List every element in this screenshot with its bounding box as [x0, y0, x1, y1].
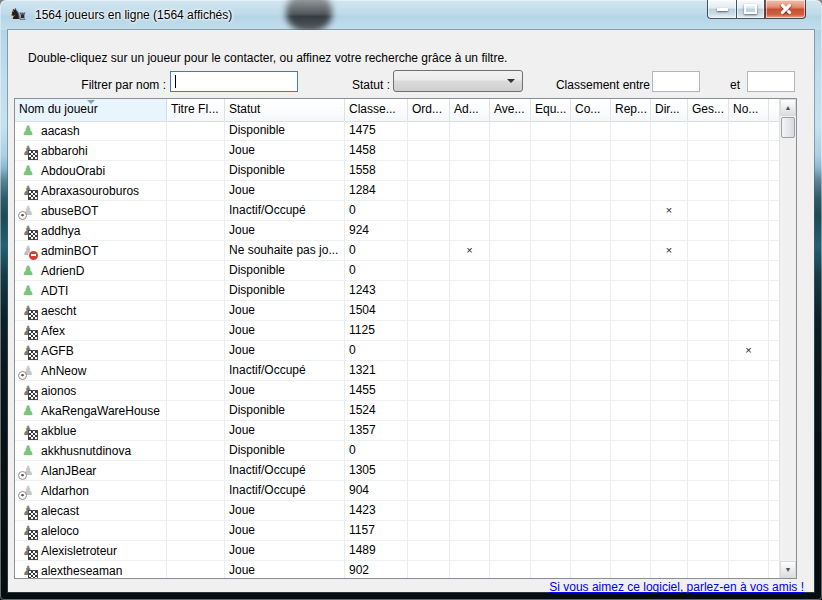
player-no-cell — [729, 561, 769, 578]
column-header-no[interactable]: No... — [729, 99, 769, 121]
vertical-scrollbar[interactable]: ▲ ▼ — [779, 99, 796, 578]
column-header-titre[interactable]: Titre FI... — [167, 99, 225, 121]
player-row[interactable]: ♟addhyaJoue924 — [15, 221, 779, 241]
player-ges-cell — [688, 241, 729, 260]
column-header-co[interactable]: Co... — [571, 99, 611, 121]
column-header-label: Nom du joueur — [19, 102, 98, 116]
player-ord-cell — [408, 401, 450, 420]
share-software-link[interactable]: Si vous aimez ce logiciel, parlez-en à v… — [549, 580, 804, 594]
player-status-cell: Disponible — [225, 121, 345, 140]
player-row[interactable]: ♟alecastJoue1423 — [15, 501, 779, 521]
chevron-down-icon — [507, 79, 515, 83]
player-list: Nom du joueurTitre FI...StatutClasse...O… — [14, 98, 797, 579]
player-row[interactable]: ♟adminBOTNe souhaite pas jo...0×× — [15, 241, 779, 261]
column-header-label: Equ... — [535, 102, 566, 116]
player-row[interactable]: ♟AldarhonInactif/Occupé904 — [15, 481, 779, 501]
player-row[interactable]: ♟ADTIDisponible1243 — [15, 281, 779, 301]
player-row[interactable]: ♟AlanJBearInactif/Occupé1305 — [15, 461, 779, 481]
player-ord-cell — [408, 241, 450, 260]
player-row[interactable]: ♟AbdouOrabiDisponible1558 — [15, 161, 779, 181]
player-ad-cell — [450, 221, 490, 240]
player-row[interactable]: ♟alextheseamanJoue902 — [15, 561, 779, 578]
column-header-ord[interactable]: Ord... — [408, 99, 450, 121]
column-header-dir[interactable]: Dir... — [651, 99, 688, 121]
player-no-cell — [729, 161, 769, 180]
player-row[interactable]: ♟AdrienDDisponible0 — [15, 261, 779, 281]
player-ave-cell — [490, 381, 531, 400]
column-header-classement[interactable]: Classe... — [345, 99, 408, 121]
player-row[interactable]: ♟AfexJoue1125 — [15, 321, 779, 341]
player-row[interactable]: ♟aacashDisponible1475 — [15, 121, 779, 141]
player-dir-cell — [651, 401, 688, 420]
player-ave-cell — [490, 401, 531, 420]
status-dropdown[interactable] — [393, 70, 523, 92]
player-rep-cell — [611, 461, 651, 480]
player-rep-cell — [611, 321, 651, 340]
player-row[interactable]: ♟aeschtJoue1504 — [15, 301, 779, 321]
scrollbar-thumb[interactable] — [781, 117, 795, 138]
column-header-name[interactable]: Nom du joueur — [15, 99, 167, 121]
green-pawn-icon: ♟ — [20, 403, 36, 419]
player-status-cell: Inactif/Occupé — [225, 201, 345, 220]
player-equ-cell — [531, 321, 571, 340]
player-equ-cell — [531, 341, 571, 360]
column-header-ges[interactable]: Ges... — [688, 99, 729, 121]
playing-pawn-checkerboard-icon: ♟ — [20, 523, 36, 539]
column-header-ave[interactable]: Ave... — [490, 99, 531, 121]
scroll-up-button[interactable]: ▲ — [780, 99, 796, 116]
column-header-statut[interactable]: Statut — [225, 99, 345, 121]
player-row[interactable]: ♟AlexisletroteurJoue1489 — [15, 541, 779, 561]
player-ad-cell — [450, 201, 490, 220]
scroll-down-button[interactable]: ▼ — [780, 561, 796, 578]
rating-max-input[interactable] — [747, 71, 795, 92]
green-pawn-icon: ♟ — [20, 163, 36, 179]
player-rating-cell: 1321 — [345, 361, 408, 380]
player-co-cell — [571, 521, 611, 540]
rating-min-input[interactable] — [652, 71, 700, 92]
player-ord-cell — [408, 261, 450, 280]
player-rep-cell — [611, 201, 651, 220]
player-row[interactable]: ♟aionosJoue1455 — [15, 381, 779, 401]
player-equ-cell — [531, 441, 571, 460]
player-name: abuseBOT — [41, 202, 98, 220]
green-pawn-icon: ♟ — [20, 283, 36, 299]
player-row[interactable]: ♟AhNeowInactif/Occupé1321 — [15, 361, 779, 381]
player-ad-cell — [450, 401, 490, 420]
player-row[interactable]: ♟abbarohiJoue1458 — [15, 141, 779, 161]
player-equ-cell — [531, 361, 571, 380]
player-titre-cell — [167, 461, 225, 480]
player-row[interactable]: ♟AGFBJoue0× — [15, 341, 779, 361]
player-status-cell: Disponible — [225, 261, 345, 280]
player-ord-cell — [408, 561, 450, 578]
player-dir-cell — [651, 361, 688, 380]
column-header-ad[interactable]: Ad... — [450, 99, 490, 121]
player-co-cell — [571, 461, 611, 480]
player-equ-cell — [531, 421, 571, 440]
player-ad-cell — [450, 301, 490, 320]
player-row[interactable]: ♟akkhusnutdinovaDisponible0 — [15, 441, 779, 461]
maximize-button[interactable] — [736, 0, 765, 19]
player-row[interactable]: ♟AkaRengaWareHouseDisponible1524 — [15, 401, 779, 421]
player-dir-cell — [651, 161, 688, 180]
player-no-cell: × — [729, 341, 769, 360]
minimize-button[interactable] — [707, 0, 736, 19]
player-name-cell: ♟Afex — [15, 321, 167, 340]
player-row[interactable]: ♟abuseBOTInactif/Occupé0× — [15, 201, 779, 221]
player-ave-cell — [490, 481, 531, 500]
player-row[interactable]: ♟akblueJoue1357 — [15, 421, 779, 441]
player-no-cell — [729, 541, 769, 560]
player-rating-cell: 1357 — [345, 421, 408, 440]
player-row[interactable]: ♟AbraxasouroburosJoue1284 — [15, 181, 779, 201]
column-header-equ[interactable]: Equ... — [531, 99, 571, 121]
player-ord-cell — [408, 421, 450, 440]
player-name-cell: ♟aacash — [15, 121, 167, 140]
titlebar[interactable]: ♞ ♜ 1564 joueurs en ligne (1564 affichés… — [0, 0, 822, 30]
player-co-cell — [571, 181, 611, 200]
player-ave-cell — [490, 281, 531, 300]
filter-name-input[interactable] — [170, 71, 298, 92]
player-row[interactable]: ♟alelocoJoue1157 — [15, 521, 779, 541]
close-button[interactable] — [765, 0, 806, 19]
idle-pawn-clock-icon: ♟ — [20, 463, 36, 479]
player-titre-cell — [167, 121, 225, 140]
column-header-rep[interactable]: Rep... — [611, 99, 651, 121]
